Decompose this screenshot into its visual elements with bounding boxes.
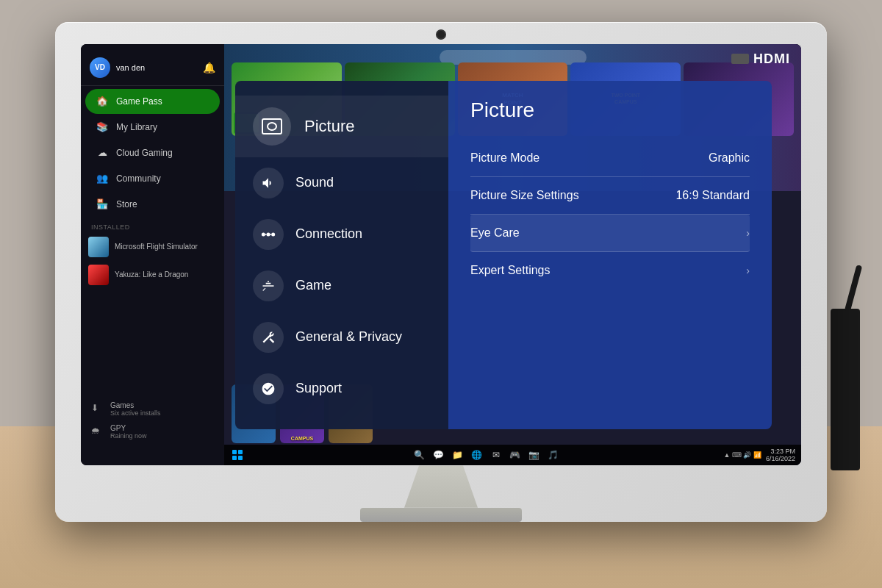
sidebar-item-community[interactable]: 👥 Community: [85, 166, 220, 191]
hdmi-label: HDMI: [753, 51, 790, 67]
camera-taskbar-icon[interactable]: 📷: [528, 448, 541, 462]
sound-menu-icon: [253, 168, 284, 198]
svg-point-1: [262, 232, 265, 236]
win-sq-3: [232, 456, 237, 460]
start-button[interactable]: [230, 449, 245, 461]
sidebar-item-gamepass[interactable]: 🏠 Game Pass: [85, 89, 220, 114]
monitor-stand: [404, 465, 478, 507]
settings-left-panel: Picture Sound: [235, 81, 448, 429]
sidebar-item-label: Community: [116, 173, 161, 184]
expert-settings-arrow: ›: [746, 265, 750, 276]
game-name-flight: Microsoft Flight Simulator: [115, 242, 198, 251]
community-icon: 👥: [96, 172, 109, 185]
edge-taskbar-icon[interactable]: 🌐: [470, 448, 484, 462]
sound-menu-label: Sound: [295, 175, 334, 190]
sidebar-item-label: My Library: [116, 122, 157, 132]
hdmi-port-icon: [731, 54, 749, 64]
sidebar-weather: 🌧 GPY Raining now: [88, 420, 217, 443]
screen: HDMI VD van den 🔔 🏠 Game Pass 📚 My Libra…: [81, 44, 801, 466]
connection-menu-label: Connection: [295, 226, 362, 242]
general-menu-icon: [253, 322, 284, 353]
support-menu-icon: [253, 373, 284, 404]
settings-menu-item-sound[interactable]: Sound: [235, 157, 448, 209]
installed-game-yakuza[interactable]: Yakuza: Like a Dragon: [81, 261, 224, 289]
sidebar-item-label: Cloud Gaming: [116, 148, 173, 158]
win-sq-1: [232, 450, 237, 454]
settings-menu-item-support[interactable]: Support: [235, 363, 448, 415]
eye-care-label: Eye Care: [470, 226, 520, 240]
username-label: van den: [116, 63, 203, 72]
picture-mode-value: Graphic: [709, 151, 750, 165]
general-menu-label: General & Privacy: [295, 329, 402, 345]
sidebar-bottom: ⬇ Games Six active installs 🌧 GPY Rainin…: [81, 398, 224, 443]
store-icon: 🏪: [96, 198, 109, 211]
win-sq-2: [238, 450, 243, 454]
webcam: [436, 29, 446, 40]
wifi-router: [831, 309, 860, 470]
sidebar-item-label: Store: [116, 199, 137, 209]
weather-icon: 🌧: [91, 426, 104, 439]
avatar: VD: [90, 57, 110, 78]
connection-menu-icon: [253, 219, 284, 250]
settings-menu-item-general[interactable]: General & Privacy: [235, 312, 448, 363]
yakuza-thumb: [88, 265, 109, 285]
settings-menu-item-picture[interactable]: Picture: [235, 96, 448, 157]
svg-point-0: [267, 232, 270, 236]
installed-game-flight[interactable]: Microsoft Flight Simulator: [81, 233, 224, 261]
sidebar-item-cloud[interactable]: ☁ Cloud Gaming: [85, 140, 220, 165]
download-icon: ⬇: [91, 403, 104, 416]
picture-size-value: 16:9 Standard: [675, 189, 750, 202]
picture-menu-label: Picture: [304, 117, 354, 136]
sidebar-games-status: ⬇ Games Six active installs: [88, 398, 217, 420]
picture-menu-icon: [253, 107, 291, 146]
windows-logo: [232, 450, 243, 460]
mail-taskbar-icon[interactable]: ✉: [490, 448, 503, 462]
sidebar-item-library[interactable]: 📚 My Library: [85, 115, 220, 140]
picture-mode-row[interactable]: Picture Mode Graphic: [470, 140, 750, 177]
game-name-yakuza: Yakuza: Like a Dragon: [115, 270, 188, 279]
hdmi-badge: HDMI: [731, 51, 790, 67]
taskbar-icons: 🔍 💬 📁 🌐 ✉ 🎮 📷 🎵: [249, 448, 724, 462]
weather-sub: Raining now: [110, 432, 147, 440]
settings-menu-item-game[interactable]: Game: [235, 260, 448, 312]
xbox-sidebar: VD van den 🔔 🏠 Game Pass 📚 My Library ☁ …: [81, 44, 224, 466]
game-menu-label: Game: [295, 278, 331, 293]
library-icon: 📚: [96, 121, 109, 134]
svg-point-2: [271, 232, 275, 236]
eye-care-arrow: ›: [746, 227, 750, 239]
win-sq-4: [238, 456, 243, 460]
xbox-taskbar-icon[interactable]: 🎮: [509, 448, 522, 462]
installs-label: Six active installs: [110, 409, 161, 417]
games-label: Games: [110, 401, 161, 409]
expert-settings-row[interactable]: Expert Settings ›: [470, 252, 750, 289]
installed-section-label: Installed: [81, 218, 224, 233]
settings-right-panel: Picture Picture Mode Graphic Picture Siz…: [448, 81, 772, 429]
time-display: 3:23 PM: [766, 448, 795, 456]
settings-right-title: Picture: [470, 98, 750, 122]
support-menu-label: Support: [295, 381, 342, 396]
monitor-base: [360, 508, 522, 522]
expert-settings-label: Expert Settings: [470, 264, 551, 277]
settings-menu-item-connection[interactable]: Connection: [235, 209, 448, 260]
picture-mode-label: Picture Mode: [470, 151, 539, 165]
chat-taskbar-icon[interactable]: 💬: [432, 448, 445, 462]
files-taskbar-icon[interactable]: 📁: [451, 448, 465, 462]
gamepass-icon: 🏠: [96, 95, 109, 108]
taskbar-time: 3:23 PM 6/16/2022: [766, 448, 795, 464]
monitor-shell: HDMI VD van den 🔔 🏠 Game Pass 📚 My Libra…: [55, 22, 827, 522]
notification-icon: 🔔: [203, 62, 215, 74]
date-display: 6/16/2022: [766, 455, 795, 463]
sidebar-header: VD van den 🔔: [81, 53, 224, 86]
taskbar: 🔍 💬 📁 🌐 ✉ 🎮 📷 🎵 ▲ ⌨ 🔊 📶 3:23 PM: [224, 445, 801, 465]
sidebar-item-store[interactable]: 🏪 Store: [85, 192, 220, 217]
picture-size-label: Picture Size Settings: [470, 189, 579, 202]
sidebar-item-label: Game Pass: [116, 96, 162, 107]
search-taskbar-icon[interactable]: 🔍: [413, 448, 426, 462]
eye-care-row[interactable]: Eye Care ›: [470, 215, 750, 252]
weather-label: GPY: [110, 424, 147, 432]
picture-icon-shape: [262, 118, 282, 135]
picture-size-row[interactable]: Picture Size Settings 16:9 Standard: [470, 177, 750, 215]
music-taskbar-icon[interactable]: 🎵: [547, 448, 560, 462]
taskbar-right: ▲ ⌨ 🔊 📶 3:23 PM 6/16/2022: [724, 448, 795, 464]
main-content: MATCHPOINT TWO POINTCAMPUS: [224, 44, 801, 466]
